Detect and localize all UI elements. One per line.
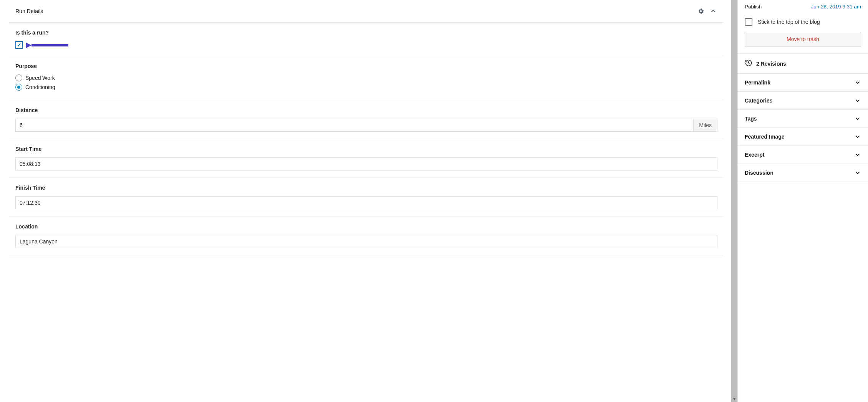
publish-row: Publish Jun 26, 2019 3:31 am <box>738 0 868 13</box>
chevron-down-icon <box>854 97 861 104</box>
chevron-down-icon <box>854 133 861 140</box>
section-permalink[interactable]: Permalink <box>738 73 868 91</box>
section-tags[interactable]: Tags <box>738 109 868 127</box>
location-input[interactable] <box>15 235 717 248</box>
section-label: Permalink <box>745 79 770 86</box>
panel-title: Run Details <box>15 8 43 14</box>
revisions-row[interactable]: 2 Revisions <box>738 53 868 73</box>
radio-label: Conditioning <box>25 84 55 90</box>
chevron-up-icon[interactable] <box>709 7 717 15</box>
main-editor: Run Details Is this a run? <box>0 0 731 402</box>
section-label: Discussion <box>745 170 774 176</box>
section-categories[interactable]: Categories <box>738 91 868 109</box>
section-discussion[interactable]: Discussion <box>738 164 868 182</box>
field-location: Location <box>9 217 724 255</box>
section-excerpt[interactable]: Excerpt <box>738 146 868 164</box>
panel-header-actions <box>697 7 717 15</box>
field-label-start-time: Start Time <box>15 146 717 152</box>
field-label-finish-time: Finish Time <box>15 185 717 191</box>
distance-input-group: Miles <box>15 119 717 132</box>
is-run-checkbox[interactable] <box>15 41 23 49</box>
publish-label: Publish <box>745 4 762 10</box>
field-purpose: Purpose Speed Work Conditioning <box>9 56 724 100</box>
move-to-trash-button[interactable]: Move to trash <box>745 32 861 46</box>
field-label-purpose: Purpose <box>15 63 717 69</box>
run-details-panel: Run Details Is this a run? <box>9 0 724 255</box>
history-icon <box>745 59 752 68</box>
is-run-checkbox-wrap <box>15 41 23 49</box>
stick-row: Stick to the top of the blog <box>738 13 868 32</box>
section-label: Categories <box>745 98 772 104</box>
section-label: Featured Image <box>745 134 784 140</box>
stick-checkbox[interactable] <box>745 18 752 26</box>
radio-label: Speed Work <box>25 75 55 81</box>
purpose-option-speed-work[interactable]: Speed Work <box>15 74 717 81</box>
main-scrollbar[interactable]: ▼ <box>731 0 737 402</box>
field-finish-time: Finish Time <box>9 178 724 217</box>
pointer-arrow-annotation <box>26 42 72 49</box>
field-label-is-run: Is this a run? <box>15 30 717 36</box>
publish-date-link[interactable]: Jun 26, 2019 3:31 am <box>811 4 861 10</box>
chevron-down-icon <box>854 169 861 176</box>
finish-time-input[interactable] <box>15 196 717 209</box>
section-label: Tags <box>745 116 757 122</box>
settings-sidebar: Publish Jun 26, 2019 3:31 am Stick to th… <box>737 0 868 402</box>
distance-input[interactable] <box>15 119 694 132</box>
radio-icon <box>15 84 22 91</box>
section-label: Excerpt <box>745 152 764 158</box>
field-label-distance: Distance <box>15 107 717 113</box>
field-distance: Distance Miles <box>9 100 724 139</box>
start-time-input[interactable] <box>15 157 717 170</box>
field-is-run: Is this a run? <box>9 23 724 56</box>
chevron-down-icon <box>854 115 861 122</box>
gear-icon[interactable] <box>697 7 705 15</box>
chevron-down-icon <box>854 151 861 158</box>
sidebar-wrap: ▼ Publish Jun 26, 2019 3:31 am Stick to … <box>731 0 868 402</box>
distance-unit-addon: Miles <box>694 119 717 132</box>
panel-header: Run Details <box>9 0 724 23</box>
revisions-text: 2 Revisions <box>756 61 786 67</box>
purpose-option-conditioning[interactable]: Conditioning <box>15 84 717 91</box>
field-label-location: Location <box>15 223 717 230</box>
field-start-time: Start Time <box>9 139 724 178</box>
radio-icon <box>15 74 22 81</box>
stick-label: Stick to the top of the blog <box>758 19 820 25</box>
chevron-down-icon <box>854 79 861 86</box>
scroll-down-icon: ▼ <box>731 396 737 402</box>
section-featured-image[interactable]: Featured Image <box>738 127 868 146</box>
